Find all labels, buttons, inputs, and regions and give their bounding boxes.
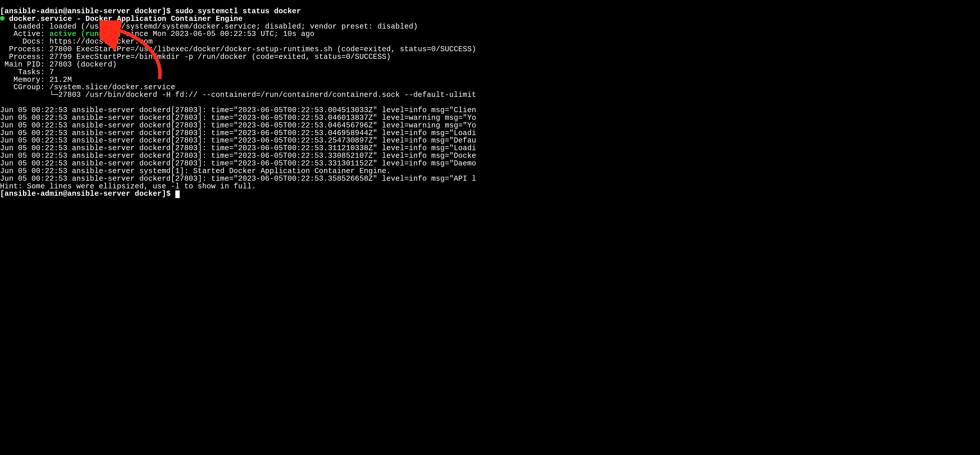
tasks-line: Tasks: 7 bbox=[0, 68, 54, 76]
hint-line: Hint: Some lines were ellipsized, use -l… bbox=[0, 182, 256, 191]
log-line: Jun 05 00:22:53 ansible-server dockerd[2… bbox=[0, 136, 476, 145]
log-line: Jun 05 00:22:53 ansible-server dockerd[2… bbox=[0, 121, 476, 130]
docs-line: Docs: https://docs.docker.com bbox=[0, 38, 153, 46]
loaded-line: Loaded: loaded (/usr/lib/systemd/system/… bbox=[0, 22, 418, 31]
service-header: docker.service - Docker Application Cont… bbox=[9, 15, 243, 23]
log-line: Jun 05 00:22:53 ansible-server dockerd[2… bbox=[0, 106, 476, 114]
main-pid-line: Main PID: 27803 (dockerd) bbox=[0, 60, 117, 69]
terminal-output[interactable]: [ansible-admin@ansible-server docker]$ s… bbox=[0, 0, 980, 198]
active-status: active (running) bbox=[49, 30, 121, 38]
active-since: since Mon 2023-06-05 00:22:53 UTC; 10s a… bbox=[121, 30, 314, 38]
memory-line: Memory: 21.2M bbox=[0, 76, 72, 84]
log-line: Jun 05 00:22:53 ansible-server dockerd[2… bbox=[0, 144, 476, 152]
active-label: Active: bbox=[0, 30, 49, 38]
log-line: Jun 05 00:22:53 ansible-server dockerd[2… bbox=[0, 114, 476, 122]
log-line: Jun 05 00:22:53 ansible-server dockerd[2… bbox=[0, 174, 476, 183]
cursor-icon bbox=[175, 190, 180, 198]
process-line-2: Process: 27799 ExecStartPre=/bin/mkdir -… bbox=[0, 53, 391, 61]
gap bbox=[5, 15, 9, 23]
cgroup-line: CGroup: /system.slice/docker.service bbox=[0, 83, 175, 92]
log-line: Jun 05 00:22:53 ansible-server dockerd[2… bbox=[0, 129, 476, 137]
status-dot-icon bbox=[0, 16, 5, 21]
log-line: Jun 05 00:22:53 ansible-server dockerd[2… bbox=[0, 152, 476, 160]
shell-prompt: [ansible-admin@ansible-server docker]$ bbox=[0, 190, 175, 198]
process-line-1: Process: 27800 ExecStartPre=/usr/libexec… bbox=[0, 45, 476, 54]
log-line: Jun 05 00:22:53 ansible-server dockerd[2… bbox=[0, 159, 476, 168]
command-text: sudo systemctl status docker bbox=[175, 7, 301, 16]
log-line: Jun 05 00:22:53 ansible-server systemd[1… bbox=[0, 167, 391, 175]
cgroup-tree-line: └─27803 /usr/bin/dockerd -H fd:// --cont… bbox=[0, 91, 476, 99]
shell-prompt: [ansible-admin@ansible-server docker]$ bbox=[0, 7, 175, 16]
